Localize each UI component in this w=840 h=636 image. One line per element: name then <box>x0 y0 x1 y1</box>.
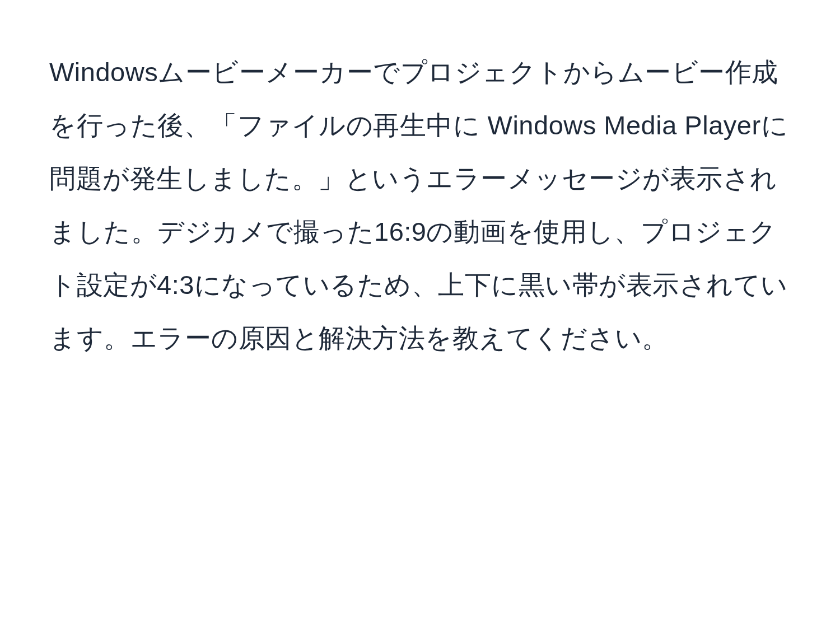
body-text: Windowsムービーメーカーでプロジェクトからムービー作成を行った後、「ファイ… <box>49 46 791 365</box>
